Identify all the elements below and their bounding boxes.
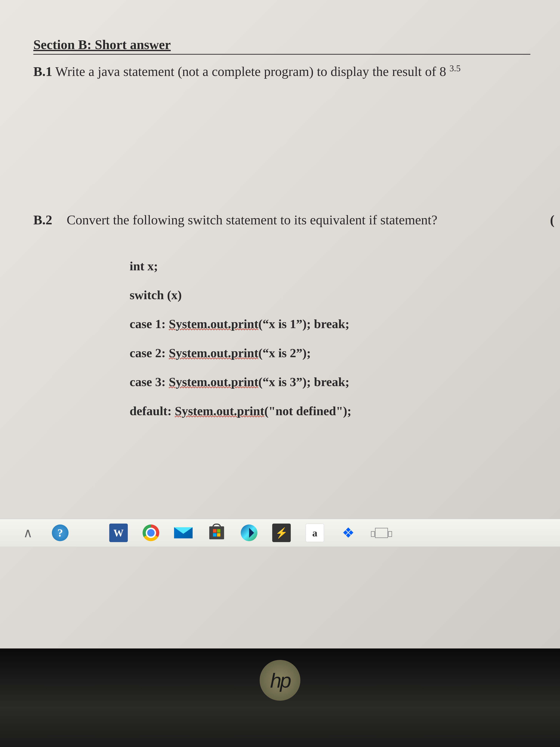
store-icon[interactable] xyxy=(207,523,226,542)
code4-pre: case 2: xyxy=(130,346,169,360)
code-line-6: default: System.out.print("not defined")… xyxy=(130,396,530,426)
edge-icon[interactable] xyxy=(241,524,258,541)
q2-paren: ( xyxy=(550,211,555,229)
code5-mid: System.out.print xyxy=(169,375,258,389)
code5-pre: case 3: xyxy=(130,375,169,389)
code6-post: ("not defined"); xyxy=(264,404,351,418)
code5-post: (“x is 3”); break; xyxy=(258,375,349,389)
help-icon[interactable]: ? xyxy=(52,524,69,541)
word-icon[interactable]: W xyxy=(109,523,128,542)
hp-logo: hp xyxy=(260,660,300,701)
code3-pre: case 1: xyxy=(130,317,169,331)
document-page: Section B: Short answer B.1 Write a java… xyxy=(0,0,560,444)
code-line-1: int x; xyxy=(130,252,530,281)
code6-pre: default: xyxy=(130,404,175,418)
code4-post: (“x is 2”); xyxy=(258,346,311,360)
taskbar: ∧ ? W ⚡ a ❖ xyxy=(0,519,560,546)
code-block: int x; switch (x) case 1: System.out.pri… xyxy=(130,252,530,426)
code6-mid: System.out.print xyxy=(175,404,264,418)
code-line-2: switch (x) xyxy=(130,281,530,309)
screen-area: Section B: Short answer B.1 Write a java… xyxy=(0,0,560,648)
dropbox-icon[interactable]: ❖ xyxy=(339,523,357,542)
amazon-icon[interactable]: a xyxy=(305,523,324,542)
q1-label: B.1 xyxy=(33,64,52,79)
q2-text: Convert the following switch statement t… xyxy=(67,212,437,227)
bolt-icon[interactable]: ⚡ xyxy=(272,523,291,542)
question-b2: B.2 Convert the following switch stateme… xyxy=(33,211,530,229)
code3-mid: System.out.print xyxy=(169,317,258,331)
q2-label: B.2 xyxy=(33,212,52,227)
taskview-icon[interactable] xyxy=(372,523,391,542)
question-b1: B.1 Write a java statement (not a comple… xyxy=(33,62,530,81)
mail-icon[interactable] xyxy=(174,523,193,542)
code3-post: (“x is 1”); break; xyxy=(258,317,349,331)
code-line-4: case 2: System.out.print(“x is 2”); xyxy=(130,338,530,367)
q1-text: Write a java statement (not a complete p… xyxy=(55,64,446,79)
chrome-icon[interactable] xyxy=(142,524,159,541)
laptop-bezel: hp xyxy=(0,649,560,747)
code4-mid: System.out.print xyxy=(169,346,258,360)
code-line-3: case 1: System.out.print(“x is 1”); brea… xyxy=(130,309,530,338)
code-line-5: case 3: System.out.print(“x is 3”); brea… xyxy=(130,367,530,396)
section-header: Section B: Short answer xyxy=(33,37,530,55)
chevron-up-icon[interactable]: ∧ xyxy=(19,523,37,542)
q1-exponent: 3.5 xyxy=(449,63,460,73)
